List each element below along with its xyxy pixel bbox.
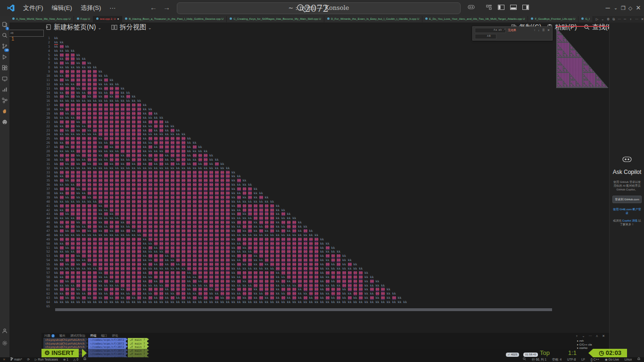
chevron-down-icon[interactable]: ⌄ [98,25,101,30]
chart-icon[interactable] [0,86,9,95]
editor-line: 27kk 00 kk 00 00 00 00 00 kk 00 kk 00 00… [41,145,560,149]
activity-bar: 110 [0,16,9,357]
chevron-down-icon[interactable]: ⌄ [612,0,619,16]
status-bar: ✕ main* ⟳ ▷ Run Testcases ⊗ 1 △ 0 行 66, … [0,357,644,362]
encoding[interactable]: UTF-8 [567,357,576,362]
minimize-button[interactable]: ─ [604,0,611,16]
sync-icon[interactable]: ⟳ [27,357,30,362]
cursor-line-col[interactable]: 行 66, 列 1 [532,357,546,362]
close-button[interactable]: ✕ [634,0,643,16]
explorer-icon[interactable]: 1 [0,21,9,30]
notification-bell-icon[interactable] [637,357,640,362]
menu-bar: 文件(F)编辑(E)选择(S)··· [19,0,120,16]
editor-tab-8[interactable]: G_I [578,16,593,22]
github-icon[interactable] [0,118,9,128]
account-icon[interactable] [0,327,9,337]
editor-line: 29kk 00 00 00 kk 00 00 00 kk 00 00 00 kk… [41,154,560,158]
zoom-overlay-label: 2072 [305,3,329,14]
indentation[interactable]: 空格: 4 [552,357,561,362]
find-flags[interactable]: Aa ab .* [494,28,506,31]
language-mode[interactable]: {} C++ [591,357,599,362]
search-statusbar-icon[interactable] [523,357,526,362]
editor-tab-1[interactable]: F.cpp U [74,16,93,22]
editor-tab-4[interactable]: C_Creating_Keys_for_St0Rages_Has_Become_… [227,16,324,22]
terminal-list-item-1[interactable]: ▸ C/C++ cla [577,343,605,347]
warning-count[interactable]: △ 0 [74,357,78,362]
editor-action-icons[interactable]: ▷ ⌄ ⚙ ⧉ ⋯ ─ ＋ ⋯ ✕ [593,16,644,22]
editor-line: 50kk kk 00 00 00 00 00 00 00 00 00 00 00… [41,242,560,246]
go-live-button[interactable]: ◉ Go Live [605,357,619,362]
editor-line: 38kk kk 00 00 kk kk 00 00 00 00 00 00 00… [41,191,560,196]
chevron-down-icon[interactable]: ⌄ [148,25,152,30]
title-bar: 文件(F)编辑(E)选择(S)··· ← → ~ : nvim — Konsol… [0,0,644,16]
run-testcases-button[interactable]: ▷ Run Testcases [35,357,58,362]
editor-line: 40kk kk kk kk kk kk kk kk 00 00 00 00 00… [41,200,560,204]
editor-line: 45kk 00 00 00 kk 00 00 00 kk 00 00 00 kk… [41,221,560,225]
activity-badge: 10 [4,49,9,52]
connections-icon[interactable] [0,97,9,106]
search-icon[interactable] [0,32,9,41]
editor-buffer[interactable]: 1kk2kk kk3kk 00 kk4kk kk kk kk5kk 00 00 … [41,36,560,310]
github-signin-button[interactable]: 登录到 GitHub.com [612,196,642,203]
powerline-arrow [82,349,87,357]
settings-gear-icon[interactable] [0,339,9,349]
remote-explorer-icon[interactable] [0,75,9,84]
modified-dot-icon[interactable]: ● [117,17,119,20]
cpp-file-icon [12,17,15,20]
hand-icon[interactable] [0,107,9,117]
panel-tab-5[interactable]: 评论 [112,334,118,338]
clock-segment: ◷ 02:03 [593,349,627,357]
toggle-panel-icon[interactable] [509,0,518,16]
extensions-icon[interactable] [0,64,9,74]
source-control-icon[interactable]: 10 [0,42,9,52]
nav-back-icon[interactable]: ← [150,0,157,16]
panel-action-icons[interactable]: ＋ ⌄ ⋯ ∧ ✕ [575,334,606,338]
editor-tab-5[interactable]: D_For_Wizards_the_Exam_Is_Easy_but_I_Cou… [324,16,422,22]
editor-line: 53kk 00 00 00 kk 00 00 00 00 00 00 00 00… [41,254,560,258]
find-nav-buttons[interactable]: ↑ ↓ ☰ ✕ [534,28,551,32]
editor-line: 20kk kk kk kk 00 00 00 00 00 00 00 00 00… [41,116,560,120]
editor-line: 42kk kk 00 00 00 00 00 00 kk kk 00 00 00… [41,208,560,213]
toggle-primary-sidebar-icon[interactable] [496,0,506,16]
remote-indicator-icon[interactable]: ✕ [3,357,5,362]
nvim-statusline: ⚙ INSERT Top 1:1 ◷ 02:03 ✓ 4025 01:58:43 [41,349,627,357]
customize-layout-icon[interactable] [485,0,493,16]
panel-tab-2[interactable]: 调试控制台 [70,334,86,338]
split-view-button[interactable]: 拆分视图⌄ [111,23,152,31]
git-branch-item[interactable]: main* [10,357,22,362]
eol-sequence[interactable]: LF [581,357,585,362]
editor-line: 59kk 00 kk 00 00 00 00 00 kk 00 kk 00 00… [41,280,560,284]
copilot-titlebar-icon[interactable] [465,0,477,16]
editor-line: 37kk 00 00 00 kk 00 00 00 00 00 00 00 00… [41,187,560,191]
new-tab-button[interactable]: 新建标签页(N)⌄ [45,23,101,31]
nav-forward-icon[interactable]: → [163,0,170,16]
editor-line: 7kk 00 kk 00 kk 00 kk [41,61,560,66]
menu-item-1[interactable]: 编辑(E) [48,0,76,16]
run-debug-icon[interactable] [0,53,9,63]
panel-tab-4[interactable]: 端口 [101,334,107,338]
toggle-secondary-sidebar-icon[interactable] [521,0,530,16]
walkthrough-link[interactable]: Copilot 演练 [622,219,637,222]
os-indicator[interactable]: Linux [625,357,632,362]
editor-line: 52kk kk kk kk 00 00 00 00 00 00 00 00 00… [41,250,560,254]
restore-button[interactable]: ❐ [619,0,627,16]
editor-line: 61kk 00 00 00 kk 00 00 00 kk 00 00 00 kk… [41,288,560,292]
menu-item-2[interactable]: 选择(S) [76,0,105,16]
editor-tab-7[interactable]: F_Goodbye_Frontier_Life.cpp U [528,16,578,22]
minimap[interactable] [556,27,609,89]
error-count[interactable]: ⊗ 1 [63,357,68,362]
panel-tab-1[interactable]: 输出 [59,334,66,338]
editor-tab-2[interactable]: test.cpp 2, U● [93,16,122,22]
menu-item-3[interactable]: ··· [105,0,120,16]
editor-tab-6[interactable]: E_Do_You_Love_Your_Hero_and_His_Two_Hit_… [422,16,528,22]
ghe-signin-link[interactable]: 使用 GHE.com 帐户登录 [610,207,644,215]
konsole-vscode-window: 文件(F)编辑(E)选择(S)··· ← → ~ : nvim — Konsol… [0,0,644,362]
editor-line: 23kk 00 kk 00 kk 00 kk 00 00 00 00 00 00… [41,129,560,133]
editor-line: 63kk 00 kk 00 kk 00 kk 00 kk 00 kk 00 kk… [41,296,560,300]
bell-icon[interactable] [83,357,86,362]
menu-item-0[interactable]: 文件(F) [19,0,48,16]
terminal-list-item-0[interactable]: ▸ zsh [577,339,605,343]
editor-tab-3[interactable]: B_Having_Been_a_Treasurer_in_the_Past_I_… [122,16,227,22]
editor-tab-0[interactable]: A_New_World_Neve_Me_New_Acro.cpp U [9,16,74,22]
panel-tab-0[interactable]: 问题2 [44,334,55,338]
